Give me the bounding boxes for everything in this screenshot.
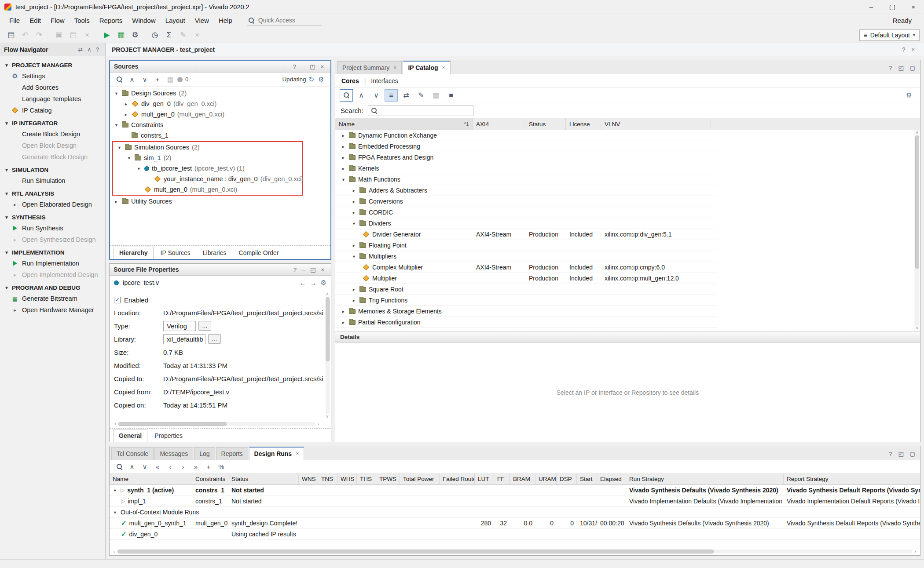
chevron-right-icon[interactable]: ▸ [351, 188, 357, 193]
back-arrow-icon[interactable]: ← [300, 279, 306, 287]
ip-row-dividers[interactable]: ▾Dividers [335, 218, 718, 229]
column-header-failed-routes[interactable]: Failed Routes [440, 473, 475, 484]
float-icon[interactable]: ◰ [895, 451, 906, 457]
scrollbar-thumb[interactable] [326, 297, 330, 361]
gear-icon[interactable]: ⚙ [902, 89, 916, 102]
undo-button[interactable]: ↶ [18, 29, 32, 41]
tab-ip-sources[interactable]: IP Sources [155, 247, 196, 259]
flow-nav-item-open-hardware-manager[interactable]: ▸ Open Hardware Manager [0, 304, 105, 316]
sources-panel-header[interactable]: Sources ? – ◰ × [110, 61, 330, 73]
subnav-interfaces[interactable]: Interfaces [371, 77, 398, 84]
chevron-right-icon[interactable]: ▸ [341, 166, 346, 171]
scrollbar-track[interactable] [326, 297, 330, 414]
menu-tools[interactable]: Tools [70, 15, 95, 26]
chevron-right-icon[interactable]: ▸ [351, 199, 357, 204]
timing-button[interactable]: ◷ [148, 29, 161, 41]
report-button[interactable]: Σ [162, 29, 176, 41]
column-header-whs[interactable]: WHS [337, 473, 357, 484]
details-pane-icon[interactable]: ■ [444, 89, 458, 102]
column-header-dsp[interactable]: DSP [557, 473, 577, 484]
column-header-tns[interactable]: TNS [318, 473, 337, 484]
tree-row-mult-gen-0[interactable]: ▸ mult_gen_0 (mult_gen_0.xci) [110, 109, 330, 120]
edit-button[interactable]: ✎ [176, 29, 190, 41]
scroll-down-icon[interactable]: ˅ [326, 414, 329, 419]
swap-icon[interactable]: ⇄ [76, 46, 85, 53]
ip-row-square-root[interactable]: ▸Square Root [335, 284, 718, 295]
tab-ip-catalog[interactable]: IP Catalog × [403, 61, 450, 74]
run-row-synth-1[interactable]: ▾ ▷ synth_1 (active) constrs_1 Not start… [110, 485, 920, 496]
collapse-all-icon[interactable]: ∧ [126, 462, 138, 472]
column-header-ff[interactable]: FF [494, 473, 510, 484]
create-runs-icon[interactable]: + [203, 462, 214, 472]
repository-swap-icon[interactable]: ⇄ [400, 89, 413, 102]
float-icon[interactable]: ◰ [308, 266, 318, 273]
chevron-down-icon[interactable]: ▾ [136, 166, 142, 171]
column-header-license[interactable]: License [566, 118, 601, 130]
tab-design-runs[interactable]: Design Runs × [249, 447, 304, 460]
flow-nav-item-open-synthesized-design[interactable]: ▸ Open Synthesized Design [0, 234, 105, 245]
maximize-button[interactable]: ▢ [882, 0, 903, 14]
flow-nav-item-ip-catalog[interactable]: IP Catalog [0, 105, 105, 116]
section-header-program-and-debug[interactable]: ▾ PROGRAM AND DEBUG [0, 280, 105, 293]
percent-icon[interactable]: % [216, 462, 227, 472]
column-header-status[interactable]: Status [228, 473, 299, 484]
tab-log[interactable]: Log [194, 447, 215, 460]
gear-icon[interactable]: ⚙ [321, 279, 326, 287]
program-device-button[interactable]: ▦ [114, 29, 128, 41]
section-header-project-manager[interactable]: ▾ PROJECT MANAGER [0, 58, 105, 70]
menu-reports[interactable]: Reports [95, 15, 128, 26]
refresh-icon[interactable]: ↻ [308, 76, 314, 84]
properties-panel-header[interactable]: Source File Properties ? – ◰ × [110, 264, 331, 276]
open-project-button[interactable]: ▤ [4, 29, 18, 41]
search-icon[interactable] [114, 74, 125, 85]
scroll-right-icon[interactable]: › [912, 549, 918, 554]
tab-general[interactable]: General [113, 430, 147, 442]
section-header-implementation[interactable]: ▾ IMPLEMENTATION [0, 245, 105, 258]
float-icon[interactable]: ◰ [307, 63, 318, 70]
close-icon[interactable]: × [318, 63, 326, 70]
expand-all-icon[interactable]: ∨ [370, 89, 383, 102]
column-header-axi4[interactable]: AXI4 [473, 118, 525, 130]
help-icon[interactable]: ? [886, 65, 895, 71]
chevron-down-icon[interactable]: ▾ [341, 177, 346, 182]
help-icon[interactable]: ? [899, 46, 908, 53]
menu-view[interactable]: View [190, 15, 214, 26]
flow-nav-item-create-block-design[interactable]: Create Block Design [0, 128, 105, 140]
tree-row-sim-1[interactable]: ▾ sim_1 (2) [113, 153, 302, 163]
flow-nav-item-generate-block-design[interactable]: Generate Block Design [0, 151, 105, 163]
forward-arrow-icon[interactable]: → [310, 279, 317, 287]
scroll-right-icon[interactable]: › [315, 421, 321, 426]
minimize-icon[interactable]: – [299, 266, 308, 273]
tab-messages[interactable]: Messages [154, 447, 193, 460]
help-icon[interactable]: ? [886, 451, 895, 457]
cancel-button[interactable]: × [191, 29, 204, 41]
tab-libraries[interactable]: Libraries [198, 247, 232, 259]
tree-row-div-gen-0[interactable]: ▸ div_gen_0 (div_gen_0.xci) [110, 98, 330, 109]
column-header-elapsed[interactable]: Elapsed [597, 473, 626, 484]
scrollbar-track[interactable] [117, 550, 912, 553]
section-header-simulation[interactable]: ▾ SIMULATION [0, 163, 105, 175]
maximize-icon[interactable]: ▢ [907, 451, 918, 457]
add-sources-icon[interactable]: + [152, 74, 163, 85]
enabled-checkbox[interactable]: ✓ [114, 297, 121, 303]
scrollbar-thumb[interactable] [117, 550, 714, 553]
scrollbar-thumb[interactable] [915, 135, 919, 269]
copy-button[interactable]: ▣ [52, 29, 66, 41]
column-header-start[interactable]: Start [577, 473, 597, 484]
column-header-tpws[interactable]: TPWS [376, 473, 400, 484]
ip-row-conversions[interactable]: ▸Conversions [335, 196, 718, 207]
column-header-run-strategy[interactable]: Run Strategy [626, 473, 784, 484]
chevron-right-icon[interactable]: ▸ [341, 144, 346, 149]
column-header-report-strategy[interactable]: Report Strategy [784, 473, 920, 484]
menu-file[interactable]: File [4, 15, 25, 26]
run-row-mult-gen-0-synth-1[interactable]: ✓ mult_gen_0_synth_1 mult_gen_0 synth_de… [110, 518, 920, 529]
flow-nav-item-settings[interactable]: ⚙ Settings [0, 70, 105, 82]
chevron-down-icon[interactable]: ▾ [351, 221, 357, 226]
menu-help[interactable]: Help [214, 15, 237, 26]
library-field[interactable]: xil_defaultlib [163, 334, 205, 344]
ip-row-adders-subtracters[interactable]: ▸Adders & Subtracters [335, 185, 718, 196]
run-row-div-gen-0[interactable]: ✓ div_gen_0 Using cached IP results [110, 529, 920, 540]
chevron-down-icon[interactable]: ▾ [114, 91, 119, 96]
column-header-name[interactable]: Name ^1 [335, 118, 473, 130]
column-header-bram[interactable]: BRAM [510, 473, 535, 484]
